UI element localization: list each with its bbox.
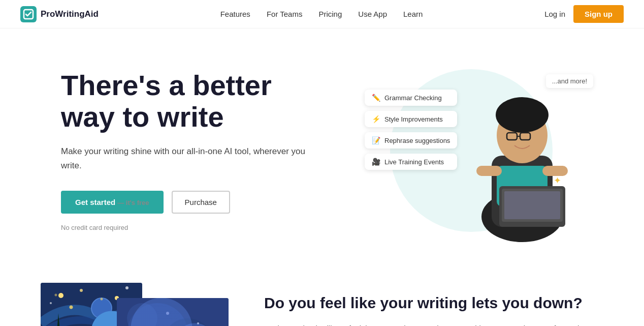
svg-point-25 <box>163 318 213 326</box>
no-cc-text: No credit card required <box>61 224 325 231</box>
svg-rect-13 <box>542 166 568 176</box>
svg-point-16 <box>58 293 63 298</box>
feature-card-training: 🎥 Live Training Events <box>365 154 457 170</box>
overlay-blue-img <box>117 298 229 326</box>
nav-learn[interactable]: Learn <box>403 10 423 18</box>
nav-use-app[interactable]: Use App <box>358 10 387 18</box>
svg-rect-12 <box>476 166 502 176</box>
svg-point-19 <box>125 286 128 289</box>
section2-right: Do you feel like your writing lets you d… <box>264 283 603 326</box>
feature-cards: ✏️ Grammar Checking ⚡ Style Improvements… <box>365 90 457 170</box>
hero-subtitle: Make your writing shine with our all-in-… <box>61 144 325 172</box>
hero-illustration: ...and more! ✏️ Grammar Checking ⚡ Style… <box>360 59 603 242</box>
style-icon: ⚡ <box>372 115 380 123</box>
navbar: ProWritingAid Features For Teams Pricing… <box>0 0 644 28</box>
svg-point-21 <box>91 298 112 318</box>
svg-point-5 <box>496 97 549 133</box>
feature-card-rephrase: 📝 Rephrase suggestions <box>365 132 457 149</box>
page-wrapper[interactable]: ProWritingAid Features For Teams Pricing… <box>0 0 644 326</box>
svg-point-20 <box>50 302 52 304</box>
svg-point-27 <box>166 312 169 315</box>
signup-button[interactable]: Sign up <box>573 5 624 23</box>
nav-actions: Log in Sign up <box>544 5 624 23</box>
grammar-icon: ✏️ <box>372 94 380 102</box>
get-started-button[interactable]: Get started— it's free <box>61 191 164 214</box>
nav-pricing[interactable]: Pricing <box>318 10 342 18</box>
nav-for-teams[interactable]: For Teams <box>267 10 303 18</box>
svg-rect-23 <box>117 298 229 326</box>
nav-brand[interactable]: ProWritingAid <box>20 6 99 22</box>
nav-features[interactable]: Features <box>220 10 250 18</box>
svg-text:✦: ✦ <box>554 175 561 186</box>
hero-title: There's a better way to write <box>61 70 325 132</box>
person-silhouette: ✦ <box>461 74 583 242</box>
hero-buttons: Get started— it's free Purchase <box>61 191 325 214</box>
svg-point-17 <box>80 289 83 292</box>
feature-card-style: ⚡ Style Improvements <box>365 111 457 127</box>
svg-point-24 <box>127 303 188 326</box>
section2: My idea in my head Do you feel like your… <box>0 262 644 326</box>
feature-card-grammar: ✏️ Grammar Checking <box>365 90 457 106</box>
hero-section: There's a better way to write Make your … <box>0 28 644 262</box>
training-icon: 🎥 <box>372 158 380 166</box>
logo-icon <box>20 6 37 22</box>
rephrase-icon: 📝 <box>372 136 380 144</box>
section2-text: We know what it's like to feel the FEAR … <box>264 322 603 326</box>
section2-title: Do you feel like your writing lets you d… <box>264 293 603 313</box>
purchase-button[interactable]: Purchase <box>172 191 230 214</box>
svg-rect-11 <box>504 191 560 219</box>
svg-point-28 <box>197 322 199 324</box>
svg-point-26 <box>127 303 157 326</box>
nav-links: Features For Teams Pricing Use App Learn <box>220 10 423 19</box>
brand-name-text: ProWritingAid <box>41 9 99 19</box>
section2-images: My idea in my head <box>41 283 234 326</box>
login-button[interactable]: Log in <box>544 10 565 18</box>
hero-left: There's a better way to write Make your … <box>61 70 325 231</box>
